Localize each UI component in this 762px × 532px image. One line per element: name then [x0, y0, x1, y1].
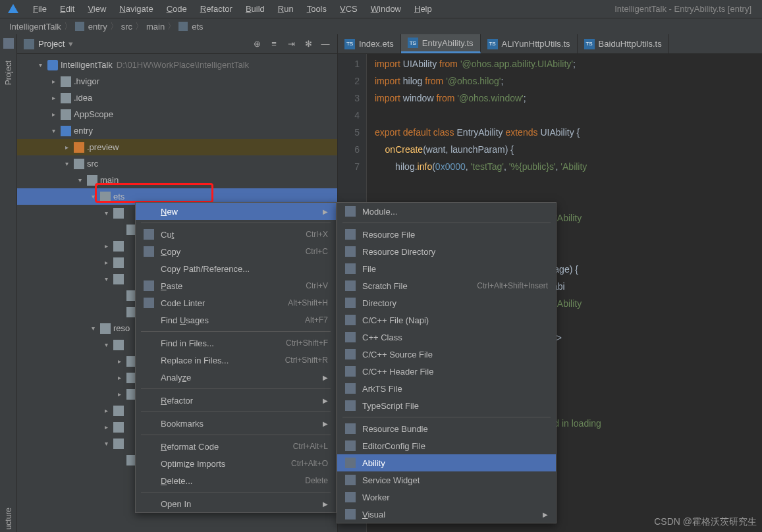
chevron-icon[interactable]: ▾ [75, 176, 84, 184]
menu-help[interactable]: Help [408, 3, 439, 15]
tree-row[interactable]: ▸AppScope [17, 106, 337, 122]
tree-row[interactable]: ▾src [17, 155, 337, 172]
ctx-c-c-header-file[interactable]: C/C++ Header File [337, 363, 556, 380]
chevron-icon[interactable]: ▸ [115, 390, 124, 398]
ctx-typescript-file[interactable]: TypeScript File [337, 397, 556, 414]
ctx-scratch-file[interactable]: Scratch FileCtrl+Alt+Shift+Insert [337, 277, 556, 294]
ctx-open-in[interactable]: Open In▶ [136, 495, 336, 512]
breadcrumb-item[interactable]: entry [88, 22, 107, 32]
chevron-icon[interactable]: ▸ [101, 242, 111, 250]
ctx-resource-directory[interactable]: Resource Directory [337, 243, 556, 260]
menu-window[interactable]: Window [364, 3, 408, 15]
tree-row[interactable]: ▸.hvigor [17, 73, 337, 90]
settings-icon[interactable]: ✻ [303, 39, 313, 49]
ctx-file[interactable]: File [337, 260, 556, 277]
menu-navigate[interactable]: Navigate [113, 3, 159, 15]
ctx-copy-path-reference-[interactable]: Copy Path/Reference... [136, 260, 336, 277]
chevron-icon[interactable]: ▸ [115, 358, 124, 365]
ctx-cut[interactable]: CutCtrl+X [136, 226, 336, 243]
ctx-code-linter[interactable]: Code LinterAlt+Shift+H [136, 294, 336, 311]
tree-row[interactable]: ▾IntelligentTalkD:\01HW\WorkPlace\Intell… [17, 57, 337, 73]
ctx-delete-[interactable]: Delete...Delete [136, 472, 336, 489]
shortcut: Ctrl+Alt+O [291, 459, 328, 468]
menu-view[interactable]: View [81, 3, 113, 15]
sort-icon[interactable]: ≡ [269, 39, 279, 49]
chevron-icon[interactable]: ▸ [101, 407, 111, 414]
chevron-down-icon[interactable]: ▾ [68, 39, 73, 49]
menu-vcs[interactable]: VCS [333, 3, 364, 15]
ability-icon [345, 458, 356, 468]
ctx-arkts-file[interactable]: ArkTS File [337, 380, 556, 397]
ctx-service-widget[interactable]: Service Widget [337, 471, 556, 489]
ctx-optimize-imports[interactable]: Optimize ImportsCtrl+Alt+O [136, 455, 336, 472]
ctx-c-c-file-napi-[interactable]: C/C++ File (Napi) [337, 311, 556, 329]
chevron-icon[interactable]: ▸ [115, 374, 124, 381]
ctx-module-[interactable]: Module... [337, 203, 556, 220]
ctx-directory[interactable]: Directory [337, 294, 556, 311]
locate-icon[interactable]: ⊕ [252, 39, 262, 49]
ctx-reformat-code[interactable]: Reformat CodeCtrl+Alt+L [136, 438, 336, 455]
ctx-paste[interactable]: PasteCtrl+V [136, 277, 336, 294]
ctx-find-usages[interactable]: Find UsagesAlt+F7 [136, 311, 336, 329]
new-submenu[interactable]: Module...Resource FileResource Directory… [337, 202, 557, 523]
chevron-icon[interactable]: ▾ [49, 127, 58, 134]
chevron-icon[interactable]: ▾ [101, 275, 111, 282]
menu-build[interactable]: Build [239, 3, 271, 15]
ctx-find-in-files-[interactable]: Find in Files...Ctrl+Shift+F [136, 334, 336, 352]
chevron-icon[interactable]: ▸ [62, 144, 71, 151]
chevron-icon[interactable]: ▾ [88, 193, 97, 200]
ctx-copy[interactable]: CopyCtrl+C [136, 243, 336, 260]
ctx-analyze[interactable]: Analyze▶ [136, 369, 336, 386]
ctx-visual[interactable]: Visual▶ [337, 506, 556, 523]
structure-tool-tab[interactable]: ucture [3, 505, 14, 532]
chevron-icon[interactable]: ▸ [49, 78, 58, 85]
ctx-worker[interactable]: Worker [337, 489, 556, 506]
breadcrumb-item[interactable]: ets [192, 22, 203, 32]
menu-file[interactable]: File [26, 3, 53, 15]
ctx-c-c-source-file[interactable]: C/C++ Source File [337, 346, 556, 363]
editor-tab[interactable]: TSIndex.ets [338, 34, 401, 53]
chevron-icon[interactable]: ▸ [49, 111, 58, 118]
ctx-bookmarks[interactable]: Bookmarks▶ [136, 415, 336, 432]
ctx-c-class[interactable]: C++ Class [337, 329, 556, 346]
ctx-resource-file[interactable]: Resource File [337, 226, 556, 243]
editor-tab[interactable]: TSBaiduHttpUtils.ts [578, 34, 669, 53]
chevron-icon[interactable]: ▾ [88, 325, 97, 332]
breadcrumb-item[interactable]: src [121, 22, 132, 32]
project-tool-tab[interactable]: Project [3, 58, 14, 88]
panel-mode[interactable]: Project [38, 39, 65, 49]
ctx-editorconfig-file[interactable]: EditorConfig File [337, 437, 556, 454]
menu-edit[interactable]: Edit [53, 3, 81, 15]
ctx-replace-in-files-[interactable]: Replace in Files...Ctrl+Shift+R [136, 352, 336, 369]
chevron-icon[interactable]: ▾ [36, 61, 45, 68]
menu-refactor[interactable]: Refactor [194, 3, 239, 15]
context-menu[interactable]: New▶CutCtrl+XCopyCtrl+CCopy Path/Referen… [135, 202, 337, 513]
chevron-icon[interactable]: ▸ [101, 259, 111, 266]
tree-row[interactable]: ▸.idea [17, 90, 337, 106]
tree-row[interactable]: ▾entry [17, 122, 337, 139]
breadcrumb-item[interactable]: main [146, 22, 165, 32]
editor-tab[interactable]: TSALiYunHttpUtils.ts [481, 34, 578, 53]
chevron-icon[interactable]: ▾ [101, 341, 111, 348]
menu-code[interactable]: Code [160, 3, 194, 15]
menu-tools[interactable]: Tools [300, 3, 333, 15]
breadcrumb-item[interactable]: IntelligentTalk [9, 22, 61, 32]
ctx-resource-bundle[interactable]: Resource Bundle [337, 420, 556, 437]
chevron-icon[interactable]: ▾ [101, 440, 111, 447]
tree-row[interactable]: ▾main [17, 172, 337, 188]
menu-run[interactable]: Run [271, 3, 300, 15]
hide-icon[interactable]: — [320, 39, 331, 49]
chevron-icon[interactable]: ▾ [101, 209, 111, 217]
chevron-icon[interactable]: ▾ [62, 160, 71, 167]
chevron-icon[interactable]: ▸ [101, 423, 111, 431]
shortcut: Ctrl+Alt+Shift+Insert [477, 281, 548, 290]
tree-row[interactable]: ▸.preview [17, 139, 337, 155]
ts-icon [345, 383, 356, 394]
ctx-new[interactable]: New▶ [136, 203, 336, 220]
editor-tab[interactable]: TSEntryAbility.ts [401, 34, 481, 53]
ctx-ability[interactable]: Ability [337, 454, 556, 471]
collapse-icon[interactable]: ⇥ [286, 39, 296, 49]
project-tool-icon[interactable] [3, 38, 14, 49]
ctx-refactor[interactable]: Refactor▶ [136, 392, 336, 409]
chevron-icon[interactable]: ▸ [49, 94, 58, 101]
